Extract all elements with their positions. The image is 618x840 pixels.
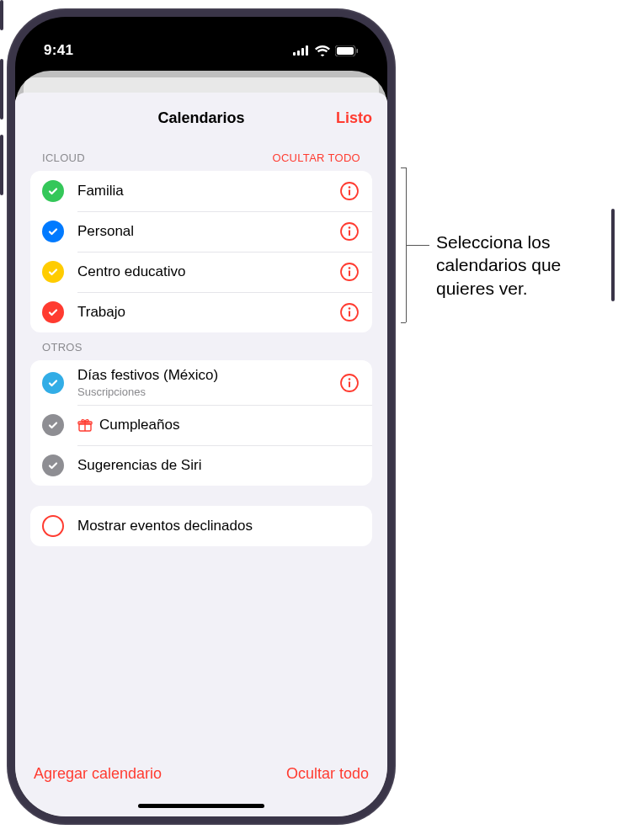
hide-all-icloud-button[interactable]: OCULTAR TODO xyxy=(273,152,360,164)
otros-calendar-group: Días festivos (México) Suscripciones xyxy=(30,360,372,486)
check-icon xyxy=(42,372,64,394)
calendar-row-cumpleanos[interactable]: Cumpleaños xyxy=(30,405,372,445)
calendar-label: Centro educativo xyxy=(77,263,338,280)
declined-events-group: Mostrar eventos declinados xyxy=(30,506,372,546)
phone-screen: 9:41 Calendarios Listo ICLOUD xyxy=(15,17,387,816)
info-button[interactable] xyxy=(338,221,360,242)
callout-text: Selecciona los calendarios que quieres v… xyxy=(436,231,613,300)
svg-rect-12 xyxy=(349,230,350,236)
check-icon xyxy=(42,414,64,436)
info-button[interactable] xyxy=(338,301,360,323)
calendar-label: Trabajo xyxy=(77,304,338,321)
modal-title: Calendarios xyxy=(157,109,244,127)
calendar-label: Familia xyxy=(77,183,338,199)
check-icon xyxy=(42,180,64,202)
info-button[interactable] xyxy=(338,261,360,283)
battery-icon xyxy=(335,45,359,56)
cellular-icon xyxy=(293,45,310,56)
svg-rect-2 xyxy=(301,48,304,56)
svg-point-11 xyxy=(349,226,351,229)
calendar-row-siri[interactable]: Sugerencias de Siri xyxy=(30,445,372,486)
calendar-label: Sugerencias de Siri xyxy=(77,457,360,474)
icloud-section-header: ICLOUD OCULTAR TODO xyxy=(30,143,372,171)
dynamic-island xyxy=(144,32,258,66)
svg-rect-15 xyxy=(349,270,350,276)
icloud-section-label: ICLOUD xyxy=(42,152,85,164)
svg-rect-1 xyxy=(297,51,300,56)
calendar-row-centro-educativo[interactable]: Centro educativo xyxy=(30,252,372,292)
svg-point-20 xyxy=(349,378,351,380)
icloud-calendar-group: Familia Personal xyxy=(30,171,372,332)
calendar-sublabel: Suscripciones xyxy=(77,385,338,398)
calendar-label: Cumpleaños xyxy=(99,417,179,433)
check-icon xyxy=(42,455,64,476)
add-calendar-button[interactable]: Agregar calendario xyxy=(34,765,162,783)
calendar-label: Personal xyxy=(77,223,338,240)
svg-rect-5 xyxy=(337,47,354,55)
unchecked-circle-icon xyxy=(42,515,64,537)
callout-tick xyxy=(401,167,406,168)
otros-section-header: OTROS xyxy=(30,332,372,360)
done-button[interactable]: Listo xyxy=(336,109,372,127)
info-button[interactable] xyxy=(338,180,360,202)
status-time: 9:41 xyxy=(44,42,73,59)
svg-rect-0 xyxy=(293,52,296,56)
check-icon xyxy=(42,221,64,242)
svg-point-17 xyxy=(349,307,351,310)
gift-icon xyxy=(77,417,93,433)
iphone-frame: 9:41 Calendarios Listo ICLOUD xyxy=(7,8,396,825)
svg-point-14 xyxy=(349,267,351,269)
check-icon xyxy=(42,261,64,283)
calendar-row-festivos[interactable]: Días festivos (México) Suscripciones xyxy=(30,360,372,405)
svg-rect-6 xyxy=(357,49,359,53)
svg-rect-3 xyxy=(306,45,308,56)
wifi-icon xyxy=(315,45,330,56)
check-icon xyxy=(42,301,64,323)
calendar-row-personal[interactable]: Personal xyxy=(30,211,372,252)
svg-rect-9 xyxy=(349,189,350,195)
calendars-modal: Calendarios Listo ICLOUD OCULTAR TODO xyxy=(15,93,387,816)
declined-label: Mostrar eventos declinados xyxy=(77,518,360,534)
home-indicator[interactable] xyxy=(138,804,264,808)
status-indicators xyxy=(293,45,359,56)
calendar-row-trabajo[interactable]: Trabajo xyxy=(30,292,372,332)
svg-rect-21 xyxy=(349,381,350,387)
calendar-label: Días festivos (México) xyxy=(77,367,338,384)
info-button[interactable] xyxy=(338,372,360,394)
hide-all-button[interactable]: Ocultar todo xyxy=(286,765,369,783)
otros-section-label: OTROS xyxy=(42,341,83,354)
svg-rect-18 xyxy=(349,311,350,316)
modal-header: Calendarios Listo xyxy=(15,93,387,143)
svg-point-8 xyxy=(349,186,351,189)
show-declined-row[interactable]: Mostrar eventos declinados xyxy=(30,506,372,546)
callout-tick xyxy=(401,322,406,323)
callout-connector xyxy=(406,245,429,246)
calendar-row-familia[interactable]: Familia xyxy=(30,171,372,211)
